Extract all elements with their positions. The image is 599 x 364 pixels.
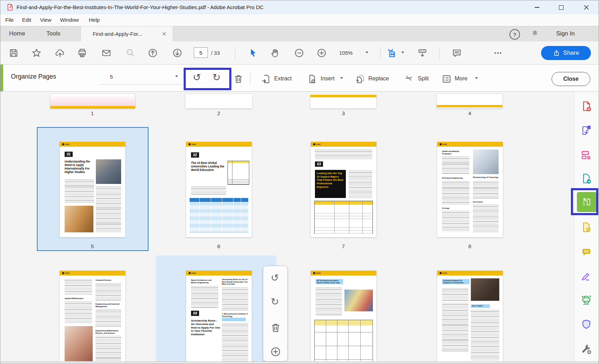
section-badge: 01 [65,152,73,157]
request-signatures-icon[interactable] [580,221,592,235]
more-button[interactable]: More [455,75,467,82]
save-button[interactable] [8,48,19,60]
thumbnail-page-7[interactable]: UniC 03 Looking Into the Top 10 Subject … [311,142,376,237]
search-icon[interactable] [125,48,136,60]
bell-icon[interactable] [531,29,539,39]
extract-button[interactable]: Extract [274,75,292,82]
comment-tool-icon[interactable] [580,246,592,260]
thumbnail-page-2[interactable] [185,94,252,108]
more-caret[interactable] [475,77,478,79]
text-block [191,186,226,196]
thumbnail-page-3[interactable] [310,94,376,108]
extract-icon[interactable] [261,74,271,86]
menu-window[interactable]: Window [60,17,79,23]
scan-ocr-icon[interactable] [580,294,592,308]
page-range-field[interactable]: 5 [110,74,113,80]
hand-icon[interactable] [270,48,281,60]
close-tab-icon[interactable] [162,32,166,36]
cloud-upload-icon[interactable] [55,48,65,60]
acrobat-window: Find-and-Apply-For-the-Best-Institutes-I… [0,0,599,364]
edit-pdf-icon[interactable] [580,149,592,162]
page8-h5: Economics [473,201,499,203]
tab-tools[interactable]: Tools [46,30,60,37]
next-page-icon[interactable] [172,48,183,60]
zoom-out-icon[interactable] [294,48,304,60]
split-button[interactable]: Split [418,75,429,82]
fill-sign-icon[interactable] [580,270,592,283]
close-organize-button[interactable]: Close [552,72,590,86]
mini-table [228,161,249,185]
thumbnail-page-11[interactable]: UniC MIT Scholarship information based o… [311,271,376,362]
zoom-level-value[interactable]: 105% [339,50,353,56]
thumbnail-page-9[interactable]: UniC Applied Mathematics Actuarial Scien… [60,271,125,362]
thumbnail-page-5[interactable]: UniC 01 Understanding the Need to Apply … [60,142,125,237]
share-button[interactable]: Share [541,46,591,60]
thumbnail-hover-toolbar: ↺ ↻ [263,266,288,362]
maximize-button[interactable] [551,0,571,14]
page10-h2: Scholarship Rules for the 10 Best Global… [222,278,248,285]
window-title: Find-and-Apply-For-the-Best-Institutes-I… [17,4,264,10]
export-pdf-icon[interactable] [580,125,592,138]
zoom-in-icon[interactable] [316,48,327,60]
pointer-icon[interactable] [248,48,258,60]
text-block [316,287,342,316]
fit-dropdown-caret[interactable] [401,52,404,53]
close-window-button[interactable] [577,0,596,14]
ellipsis-icon[interactable] [493,48,503,60]
replace-icon[interactable] [355,74,366,86]
protect-icon[interactable] [580,319,592,332]
rotate-left-thumb-button[interactable]: ↺ [271,273,279,283]
thumbnail-page-8[interactable]: UniC Health and Medical Preparator Petro… [437,142,503,237]
brand-logo: UniC [313,143,321,145]
thumbnail-page-1[interactable] [50,94,135,108]
minimize-button[interactable] [527,0,547,14]
menu-file[interactable]: File [5,17,14,23]
thumbnail-page-10[interactable]: UniC Naval Architecture and Marine Engin… [186,271,252,362]
cover-bottom-bar [50,106,135,108]
delete-thumb-button[interactable] [270,322,281,335]
page-number-input[interactable]: 5 [194,47,208,58]
comment-icon[interactable] [452,48,462,60]
help-icon[interactable]: ? [509,29,520,40]
menu-help[interactable]: Help [89,17,100,23]
create-pdf-icon[interactable] [580,100,592,114]
title-bar: Find-and-Apply-For-the-Best-Institutes-I… [0,0,599,14]
promo-box: Looking Into the Top 10 Subject Majors T… [315,170,346,198]
replace-button[interactable]: Replace [368,75,389,82]
text-block [65,279,92,295]
menu-edit[interactable]: Edit [22,17,31,23]
delete-page-button[interactable] [233,74,244,86]
more-tools-icon[interactable] [580,343,592,356]
email-icon[interactable] [101,48,112,60]
share-icon [553,49,560,57]
thumbnail-page-4[interactable] [437,94,502,108]
insert-caret[interactable] [340,77,343,79]
thumbnail-page-12[interactable]: UniC Documents Required For Applying For… [437,271,503,362]
insert-thumb-button[interactable] [270,346,281,359]
tab-document[interactable]: Find-and-Apply-For... [80,26,173,42]
tab-home[interactable]: Home [9,30,25,37]
blue-table [190,198,248,233]
maximize-icon [559,5,564,10]
rotate-right-thumb-button[interactable]: ↻ [271,297,279,307]
menu-view[interactable]: View [40,17,51,23]
convert-pdf-icon[interactable] [580,173,592,186]
previous-page-icon[interactable] [147,48,158,60]
tab-bar: Home Tools Find-and-Apply-For... ? Sign … [0,26,599,41]
menu-bar: File Edit View Window Help [0,14,599,26]
fit-width-icon[interactable] [387,48,397,60]
text-block [96,336,121,360]
split-icon[interactable]: ✂ [404,73,413,84]
thumbnail-page-6[interactable]: UniC 02 The 10 Best Global Universities … [186,142,252,237]
text-block [65,302,92,323]
star-icon[interactable] [31,48,42,60]
insert-icon[interactable] [307,74,317,86]
zoom-dropdown-caret[interactable] [366,52,368,53]
sign-in-button[interactable]: Sign In [556,30,575,37]
more-icon[interactable] [441,74,452,86]
page-range-caret[interactable] [175,75,178,77]
collapse-toolbar-icon[interactable] [417,48,428,60]
print-button[interactable] [77,48,87,60]
page9-h4: Engineering Mathematics, Physics, and Sc… [96,330,121,334]
insert-button[interactable]: Insert [321,75,335,82]
